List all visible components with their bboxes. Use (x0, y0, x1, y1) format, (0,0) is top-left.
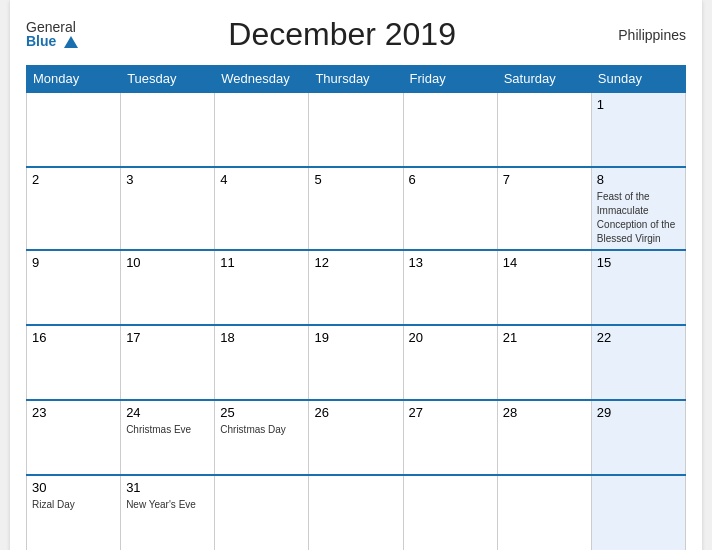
calendar-cell (497, 92, 591, 167)
calendar-cell: 31New Year's Eve (121, 475, 215, 550)
calendar-cell: 24Christmas Eve (121, 400, 215, 475)
logo-triangle-icon (64, 36, 78, 48)
calendar-table: MondayTuesdayWednesdayThursdayFridaySatu… (26, 65, 686, 550)
day-number: 17 (126, 330, 209, 345)
logo: General Blue (26, 20, 78, 48)
calendar-cell: 19 (309, 325, 403, 400)
holiday-label: New Year's Eve (126, 499, 196, 510)
weekday-header-friday: Friday (403, 66, 497, 93)
calendar-cell: 8Feast of the Immaculate Conception of t… (591, 167, 685, 250)
day-number: 23 (32, 405, 115, 420)
day-number: 24 (126, 405, 209, 420)
calendar-cell (27, 92, 121, 167)
day-number: 14 (503, 255, 586, 270)
day-number: 18 (220, 330, 303, 345)
holiday-label: Christmas Eve (126, 424, 191, 435)
weekday-header-thursday: Thursday (309, 66, 403, 93)
day-number: 30 (32, 480, 115, 495)
day-number: 22 (597, 330, 680, 345)
day-number: 15 (597, 255, 680, 270)
day-number: 2 (32, 172, 115, 187)
weekday-header-row: MondayTuesdayWednesdayThursdayFridaySatu… (27, 66, 686, 93)
logo-general-text: General (26, 20, 78, 34)
calendar-cell (215, 92, 309, 167)
day-number: 1 (597, 97, 680, 112)
day-number: 8 (597, 172, 680, 187)
calendar-cell: 17 (121, 325, 215, 400)
calendar-cell: 13 (403, 250, 497, 325)
day-number: 29 (597, 405, 680, 420)
calendar-cell: 1 (591, 92, 685, 167)
calendar-cell: 7 (497, 167, 591, 250)
calendar-cell (215, 475, 309, 550)
calendar-cell (403, 92, 497, 167)
calendar-cell: 22 (591, 325, 685, 400)
day-number: 10 (126, 255, 209, 270)
calendar-cell: 10 (121, 250, 215, 325)
calendar-cell: 27 (403, 400, 497, 475)
day-number: 28 (503, 405, 586, 420)
calendar-header: General Blue December 2019 Philippines (26, 16, 686, 53)
day-number: 26 (314, 405, 397, 420)
week-row-2: 2345678Feast of the Immaculate Conceptio… (27, 167, 686, 250)
calendar-cell: 26 (309, 400, 403, 475)
calendar-cell: 11 (215, 250, 309, 325)
day-number: 3 (126, 172, 209, 187)
calendar-cell: 28 (497, 400, 591, 475)
calendar-cell (309, 92, 403, 167)
country-label: Philippines (606, 27, 686, 43)
day-number: 7 (503, 172, 586, 187)
calendar-cell: 6 (403, 167, 497, 250)
calendar-cell: 16 (27, 325, 121, 400)
day-number: 6 (409, 172, 492, 187)
week-row-1: 1 (27, 92, 686, 167)
day-number: 5 (314, 172, 397, 187)
calendar-cell: 4 (215, 167, 309, 250)
calendar-cell: 3 (121, 167, 215, 250)
calendar-container: General Blue December 2019 Philippines M… (10, 0, 702, 550)
day-number: 4 (220, 172, 303, 187)
day-number: 12 (314, 255, 397, 270)
calendar-cell (403, 475, 497, 550)
calendar-cell (497, 475, 591, 550)
day-number: 21 (503, 330, 586, 345)
weekday-header-tuesday: Tuesday (121, 66, 215, 93)
calendar-cell: 23 (27, 400, 121, 475)
calendar-cell: 29 (591, 400, 685, 475)
day-number: 25 (220, 405, 303, 420)
week-row-3: 9101112131415 (27, 250, 686, 325)
calendar-cell: 25Christmas Day (215, 400, 309, 475)
calendar-cell (309, 475, 403, 550)
calendar-cell: 15 (591, 250, 685, 325)
calendar-cell: 30Rizal Day (27, 475, 121, 550)
holiday-label: Christmas Day (220, 424, 286, 435)
calendar-cell: 9 (27, 250, 121, 325)
day-number: 19 (314, 330, 397, 345)
day-number: 20 (409, 330, 492, 345)
holiday-label: Rizal Day (32, 499, 75, 510)
day-number: 11 (220, 255, 303, 270)
week-row-6: 30Rizal Day31New Year's Eve (27, 475, 686, 550)
logo-blue-text: Blue (26, 34, 78, 48)
weekday-header-saturday: Saturday (497, 66, 591, 93)
day-number: 13 (409, 255, 492, 270)
calendar-cell: 2 (27, 167, 121, 250)
weekday-header-sunday: Sunday (591, 66, 685, 93)
weekday-header-wednesday: Wednesday (215, 66, 309, 93)
day-number: 27 (409, 405, 492, 420)
calendar-cell: 21 (497, 325, 591, 400)
holiday-label: Feast of the Immaculate Conception of th… (597, 191, 675, 244)
day-number: 16 (32, 330, 115, 345)
calendar-cell: 20 (403, 325, 497, 400)
day-number: 31 (126, 480, 209, 495)
calendar-title: December 2019 (78, 16, 606, 53)
weekday-header-monday: Monday (27, 66, 121, 93)
calendar-cell: 14 (497, 250, 591, 325)
day-number: 9 (32, 255, 115, 270)
week-row-5: 2324Christmas Eve25Christmas Day26272829 (27, 400, 686, 475)
calendar-cell: 5 (309, 167, 403, 250)
calendar-cell (591, 475, 685, 550)
calendar-cell: 18 (215, 325, 309, 400)
week-row-4: 16171819202122 (27, 325, 686, 400)
calendar-cell: 12 (309, 250, 403, 325)
